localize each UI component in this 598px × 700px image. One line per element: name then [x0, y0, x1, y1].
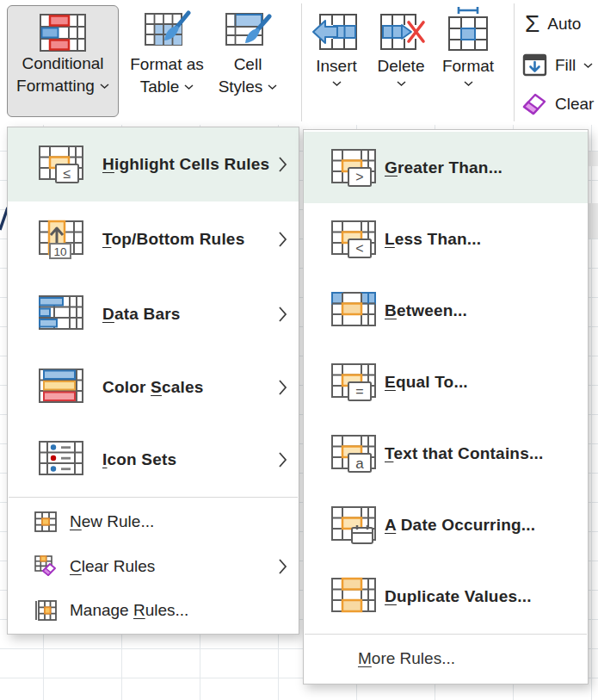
clear-label: Clear — [555, 95, 594, 114]
chevron-down-icon — [332, 81, 342, 86]
submenu-item-more-rules[interactable]: More Rules... — [304, 636, 588, 681]
menu-separator — [305, 634, 587, 635]
submenu-arrow-icon — [278, 379, 287, 396]
menu-item-data-bars[interactable]: Data Bars — [8, 276, 299, 351]
cell-styles-icon — [224, 9, 272, 53]
color-scales-icon — [37, 363, 85, 412]
menu-item-color-scales[interactable]: Color Scales — [8, 351, 299, 424]
svg-text:<: < — [355, 241, 363, 256]
chevron-down-icon — [464, 81, 473, 86]
fill-label: Fill — [555, 56, 576, 75]
icon-sets-icon — [37, 436, 85, 484]
fill-down-icon — [522, 53, 547, 77]
ribbon: Conditional Formatting Format as Table — [0, 0, 598, 125]
conditional-formatting-menu: ≤ Highlight Cells Rules 10 Top/Bottom Ru… — [7, 127, 299, 635]
submenu-arrow-icon — [278, 306, 287, 323]
equal-to-icon: = — [330, 358, 378, 406]
cell-styles-button[interactable]: Cell Styles — [212, 5, 284, 98]
format-cells-icon — [444, 5, 492, 53]
svg-text:≤: ≤ — [64, 166, 71, 181]
highlight-cells-rules-submenu: > Greater Than... < Less Than... — [303, 129, 589, 685]
svg-text:10: 10 — [53, 245, 66, 257]
chevron-down-icon — [100, 84, 109, 89]
menu-item-clear-rules[interactable]: Clear Rules — [8, 544, 299, 589]
text-that-contains-icon: a — [330, 430, 378, 478]
format-label: Format — [442, 55, 494, 77]
fill-button[interactable]: Fill — [522, 53, 593, 77]
chevron-down-icon — [583, 63, 593, 68]
svg-text:=: = — [355, 384, 363, 399]
highlight-cells-rules-icon: ≤ — [37, 140, 85, 189]
delete-label: Delete — [378, 55, 425, 77]
submenu-item-a-date-occurring[interactable]: A Date Occurring... — [304, 489, 588, 561]
chevron-down-icon — [184, 84, 194, 90]
delete-button[interactable]: Delete — [373, 10, 428, 86]
top-bottom-rules-icon: 10 — [37, 215, 85, 263]
clear-button[interactable]: Clear — [520, 91, 594, 117]
submenu-item-text-that-contains[interactable]: a Text that Contains... — [304, 418, 588, 489]
autosum-label: Auto — [547, 15, 581, 34]
a-date-occurring-icon — [330, 501, 378, 549]
insert-button[interactable]: Insert — [310, 10, 363, 86]
worksheet-shaded-cell — [589, 203, 598, 238]
submenu-item-less-than[interactable]: < Less Than... — [304, 203, 588, 275]
greater-than-icon: > — [330, 144, 378, 192]
ribbon-group-separator — [301, 3, 302, 121]
new-rule-icon — [34, 510, 58, 534]
conditional-formatting-label-line1: Conditional — [22, 53, 103, 75]
format-as-table-label-line2: Table — [140, 76, 179, 98]
format-as-table-label-line1: Format as — [130, 53, 204, 76]
excel-conditional-formatting-ui: Conditional Formatting Format as Table — [0, 0, 598, 700]
submenu-arrow-icon — [278, 156, 287, 173]
conditional-formatting-icon — [38, 13, 88, 53]
submenu-item-between[interactable]: Between... — [304, 275, 588, 346]
insert-cells-icon — [311, 10, 361, 53]
ribbon-group-separator — [514, 3, 515, 121]
submenu-arrow-icon — [278, 451, 287, 468]
menu-item-icon-sets[interactable]: Icon Sets — [8, 424, 299, 495]
submenu-arrow-icon — [278, 558, 287, 575]
submenu-arrow-icon — [278, 231, 287, 248]
clear-eraser-icon — [520, 91, 547, 117]
manage-rules-icon — [34, 598, 58, 623]
insert-label: Insert — [316, 55, 357, 77]
menu-item-new-rule[interactable]: New Rule... — [8, 499, 299, 544]
conditional-formatting-label-line2: Formatting — [16, 75, 95, 97]
chevron-down-icon — [268, 84, 277, 90]
clear-rules-icon — [34, 554, 58, 579]
format-button[interactable]: Format — [440, 5, 496, 86]
delete-cells-icon — [376, 10, 426, 53]
data-bars-icon — [37, 290, 85, 338]
menu-separator — [9, 497, 298, 498]
menu-item-highlight-cells-rules[interactable]: ≤ Highlight Cells Rules — [8, 127, 299, 201]
conditional-formatting-button[interactable]: Conditional Formatting — [7, 5, 119, 117]
between-icon — [330, 287, 378, 335]
submenu-item-equal-to[interactable]: = Equal To... — [304, 346, 588, 418]
format-as-table-button[interactable]: Format as Table — [126, 5, 208, 98]
autosum-sigma-icon: Σ — [525, 12, 539, 36]
cell-styles-label-line1: Cell — [234, 53, 262, 76]
duplicate-values-icon — [330, 573, 378, 621]
svg-text:a: a — [355, 455, 364, 472]
submenu-item-duplicate-values[interactable]: Duplicate Values... — [304, 561, 588, 632]
submenu-item-greater-than[interactable]: > Greater Than... — [304, 132, 588, 203]
svg-text:>: > — [355, 170, 363, 184]
autosum-button[interactable]: Σ Auto — [525, 12, 581, 36]
cell-styles-label-line2: Styles — [219, 76, 263, 98]
chevron-down-icon — [397, 81, 406, 86]
menu-item-manage-rules[interactable]: Manage Rules... — [8, 589, 299, 632]
menu-item-top-bottom-rules[interactable]: 10 Top/Bottom Rules — [8, 201, 299, 276]
worksheet-shaded-cell — [589, 152, 598, 166]
format-as-table-icon — [143, 9, 191, 53]
less-than-icon: < — [330, 215, 378, 263]
